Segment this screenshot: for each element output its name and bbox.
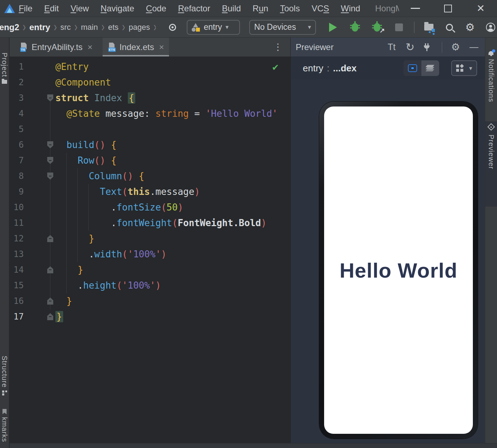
sidebar-item-previewer[interactable]: Previewer (485, 124, 497, 169)
previewer-settings-button[interactable]: ⚙ (450, 41, 461, 53)
sidebar-item-notifications[interactable]: Notifications (485, 50, 497, 102)
code-line-2[interactable]: 2@Component (10, 75, 290, 90)
menu-item-tools[interactable]: Tools (280, 4, 300, 13)
breadcrumb-item-pages[interactable]: pages (127, 23, 151, 32)
main-toolbar: eng2›entry›src›main›ets›pages› entry ▾ N… (0, 17, 497, 38)
code-line-16[interactable]: 16 } (10, 293, 290, 309)
tab-close-icon[interactable]: × (158, 42, 164, 52)
notifications-label: Notifications (487, 59, 495, 102)
line-number[interactable]: 3 (10, 90, 24, 106)
config-module: entry (303, 63, 323, 74)
menu-item-run[interactable]: Run (253, 4, 268, 13)
line-number[interactable]: 11 (10, 215, 24, 231)
line-number[interactable]: 15 (10, 278, 24, 293)
fold-marker-up[interactable] (47, 266, 53, 273)
refresh-button[interactable]: ↻ (405, 41, 415, 53)
code-line-17[interactable]: 17} (10, 309, 290, 324)
code-text: .fontSize(50) (55, 200, 183, 215)
fold-marker-down[interactable] (47, 173, 53, 180)
run-button[interactable] (327, 21, 339, 34)
component-tree-toggle[interactable] (421, 60, 439, 76)
code-line-6[interactable]: 6 build() { (10, 137, 290, 153)
tab-index-ets[interactable]: ETSIndex.ets× (103, 38, 169, 56)
code-line-5[interactable]: 5 (10, 121, 290, 137)
menu-item-vcs[interactable]: VCS (312, 4, 329, 13)
code-line-14[interactable]: 14 } (10, 262, 290, 278)
fold-marker-up[interactable] (47, 235, 53, 242)
line-number[interactable]: 13 (10, 246, 24, 262)
line-number[interactable]: 7 (10, 153, 24, 168)
code-editor[interactable]: 1@Entry2@Component3struct Index {4 @Stat… (10, 57, 290, 443)
code-line-3[interactable]: 3struct Index { (10, 90, 290, 106)
fold-marker-up[interactable] (47, 297, 53, 305)
stop-button[interactable] (393, 21, 405, 34)
device-file-browser-button[interactable] (422, 21, 435, 34)
settings-button[interactable]: ⚙ (464, 21, 476, 34)
fold-marker-down[interactable] (47, 94, 53, 102)
menu-item-wind[interactable]: Wind (341, 4, 360, 13)
code-line-8[interactable]: 8 Column() { (10, 168, 290, 184)
line-number[interactable]: 14 (10, 262, 24, 278)
code-line-9[interactable]: 9 Text(this.message) (10, 184, 290, 200)
sidebar-item-project[interactable]: Project (0, 53, 9, 84)
minimize-button[interactable] (399, 0, 432, 17)
debug-button[interactable] (349, 21, 361, 34)
line-number[interactable]: 6 (10, 137, 24, 153)
line-number[interactable]: 16 (10, 293, 24, 309)
code-text: @Component (55, 75, 111, 90)
run-configuration-select[interactable]: entry ▾ (187, 20, 240, 35)
code-line-11[interactable]: 11 .fontWeight(FontWeight.Bold) (10, 215, 290, 231)
line-number[interactable]: 9 (10, 184, 24, 200)
fold-marker-up[interactable] (47, 313, 53, 320)
line-number[interactable]: 17 (10, 309, 24, 324)
menu-item-build[interactable]: Build (222, 4, 241, 13)
line-number[interactable]: 10 (10, 200, 24, 215)
tab-close-icon[interactable]: × (86, 42, 93, 52)
display-mode-select[interactable]: ▾ (451, 60, 477, 76)
line-number[interactable]: 5 (10, 121, 24, 137)
breadcrumb-item-eng2[interactable]: eng2 (0, 22, 21, 32)
code-line-4[interactable]: 4 @State message: string = 'Hello World' (10, 106, 290, 121)
breadcrumb-item-main[interactable]: main (80, 23, 99, 32)
line-number[interactable]: 8 (10, 168, 24, 184)
menu-item-refactor[interactable]: Refactor (178, 4, 210, 13)
visual-preview-toggle[interactable] (404, 60, 421, 76)
tab-entryability-ts[interactable]: TSEntryAbility.ts× (15, 38, 98, 56)
avatar-icon (486, 23, 495, 32)
code-line-15[interactable]: 15 .height('100%') (10, 278, 290, 293)
code-line-1[interactable]: 1@Entry (10, 59, 290, 75)
code-line-10[interactable]: 10 .fontSize(50) (10, 200, 290, 215)
device-select[interactable]: No Devices ▾ (249, 20, 316, 35)
code-line-7[interactable]: 7 Row() { (10, 153, 290, 168)
menu-item-code[interactable]: Code (146, 4, 166, 13)
account-button[interactable] (484, 21, 497, 34)
menu-item-edit[interactable]: Edit (44, 4, 59, 13)
maximize-button[interactable] (432, 0, 464, 17)
search-everywhere-button[interactable] (443, 21, 456, 34)
code-line-13[interactable]: 13 .width('100%') (10, 246, 290, 262)
menu-item-navigate[interactable]: Navigate (100, 4, 134, 13)
locate-file-button[interactable] (165, 20, 180, 35)
breadcrumb-item-entry[interactable]: entry (28, 22, 52, 32)
fold-marker-down[interactable] (47, 141, 53, 148)
close-button[interactable]: ✕ (464, 0, 497, 17)
line-number[interactable]: 1 (10, 59, 24, 75)
menu-item-view[interactable]: View (71, 4, 89, 13)
line-number[interactable]: 2 (10, 75, 24, 90)
line-number[interactable]: 12 (10, 231, 24, 246)
inspector-plug-button[interactable] (423, 43, 434, 51)
fold-marker-down[interactable] (47, 157, 53, 164)
font-settings-button[interactable]: Tt (386, 42, 397, 52)
attach-debugger-button[interactable]: ↗ (371, 21, 383, 34)
sidebar-item-bookmarks[interactable]: kmarks (0, 409, 9, 442)
breadcrumb-item-ets[interactable]: ets (106, 23, 120, 32)
inspections-ok-icon[interactable]: ✔ (272, 61, 278, 73)
menu-item-file[interactable]: File (19, 4, 33, 13)
code-line-12[interactable]: 12 } (10, 231, 290, 246)
breadcrumb-item-src[interactable]: src (59, 23, 72, 32)
hide-panel-button[interactable]: — (469, 42, 479, 52)
tab-options-kebab-icon[interactable]: ⋮ (271, 42, 285, 53)
arrow-icon: ↗ (379, 27, 385, 34)
line-number[interactable]: 4 (10, 106, 24, 121)
sidebar-item-structure[interactable]: Structure (0, 356, 9, 395)
